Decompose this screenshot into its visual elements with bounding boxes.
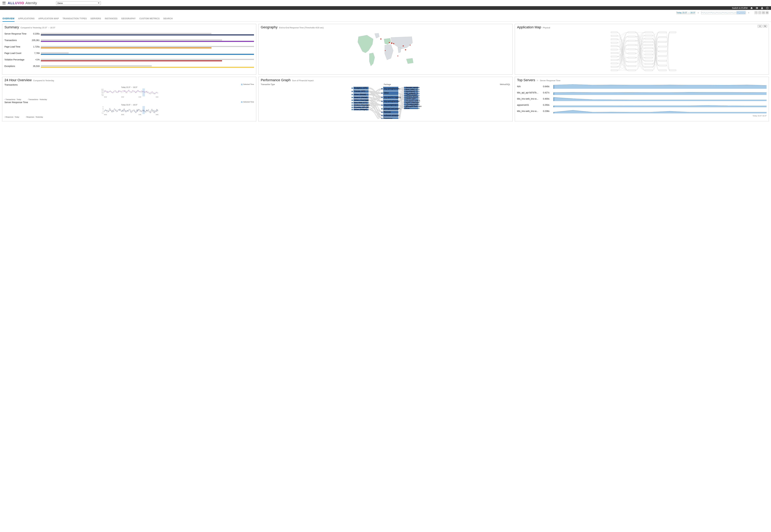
svg-point-15: [391, 42, 393, 44]
summary-label: Server Response Time: [4, 33, 28, 35]
svg-rect-90: [351, 88, 353, 89]
svg-rect-173: [419, 95, 420, 96]
topservers-subtitle: Server Response Time: [540, 79, 560, 82]
svg-text:0:00: 0:00: [102, 95, 104, 96]
svg-rect-44: [645, 32, 653, 33]
summary-rows: Server Response Time 0.235s Transactions…: [4, 31, 254, 69]
time-range-label[interactable]: Today 15:37 → 16:37: [676, 11, 695, 14]
server-sparkline: [554, 109, 767, 113]
svg-rect-132: [381, 108, 382, 109]
time-next-icon[interactable]: ›: [748, 11, 750, 14]
svg-text:Search (Retail): Search (Retail): [354, 96, 367, 98]
summary-subtitle: Compared to Yesterday 15:37 → 16:37: [20, 27, 55, 29]
svg-rect-172: [419, 93, 420, 94]
overview24-title: 24 Hour Overview: [4, 78, 32, 82]
svg-rect-179: [419, 106, 420, 107]
chart-title: Server Response Time Selected Time: [4, 101, 254, 104]
svg-rect-105: [351, 102, 353, 103]
legend-yesterday: ▫ Transactions - Yesterday: [27, 98, 47, 100]
chart-marker: Today 15:37 → 16:37: [4, 104, 254, 106]
appmap-diagram[interactable]: [517, 31, 767, 72]
gear-icon[interactable]: [756, 7, 758, 9]
summary-label: Transactions: [4, 39, 28, 41]
svg-rect-48: [645, 44, 653, 46]
svg-text:?: ?: [767, 7, 768, 9]
server-row[interactable]: k8s_ims-web_ims-w... 0.238s: [517, 108, 767, 114]
svg-rect-175: [419, 99, 420, 100]
time-scale-buttons: !: [755, 11, 769, 14]
svg-rect-96: [351, 94, 353, 95]
tab-overview[interactable]: OVERVIEW: [2, 16, 14, 22]
legend-today: ▫ Response - Today: [4, 116, 19, 118]
time-sparkline[interactable]: [701, 11, 746, 14]
svg-rect-46: [645, 38, 653, 39]
tab-search[interactable]: SEARCH: [163, 16, 173, 22]
overview24-subtitle: Compared to Yesterday: [33, 79, 54, 82]
summary-bars: [41, 46, 254, 48]
help-icon[interactable]: ?: [766, 7, 769, 9]
svg-rect-177: [419, 102, 420, 103]
overview24-chart[interactable]: Server Response Time Selected Time Today…: [4, 101, 254, 118]
svg-rect-138: [381, 115, 382, 116]
summary-row[interactable]: Server Response Time 0.235s: [4, 31, 254, 37]
svg-point-21: [398, 55, 398, 56]
summary-bars: [41, 33, 254, 35]
summary-row[interactable]: Transactions 205,361: [4, 37, 254, 43]
tab-custom-metrics[interactable]: CUSTOM METRICS: [139, 16, 160, 22]
svg-text:06:00: 06:00: [121, 114, 124, 115]
tab-application-map[interactable]: APPLICATION MAP: [38, 16, 59, 22]
svg-text:pShopConContain..: pShopConContain..: [384, 107, 401, 110]
sankey-diagram[interactable]: Analytics (API)Trends (API)Other (Retail…: [261, 86, 510, 119]
server-value: 0.649s: [543, 85, 552, 88]
summary-label: Page Load Time: [4, 45, 28, 48]
switch-euem-link[interactable]: Switch to EUEM: [732, 7, 748, 9]
tab-instances[interactable]: INSTANCES: [105, 16, 117, 22]
perfgraph-panel: Performance Graph Sum of Financial Impac…: [258, 77, 513, 121]
user-icon[interactable]: [761, 7, 763, 9]
tab-transaction-types[interactable]: TRANSACTION TYPES: [63, 16, 87, 22]
server-row[interactable]: k8s_ims-web_ims-w... 0.400s: [517, 96, 767, 102]
hamburger-menu-icon[interactable]: [2, 2, 6, 4]
time-prev-icon[interactable]: ‹: [697, 11, 699, 14]
appmap-fit-button[interactable]: Fit: [763, 25, 767, 27]
calendar-day-icon[interactable]: [762, 11, 765, 14]
server-value: 0.238s: [543, 110, 552, 112]
tab-applications[interactable]: APPLICATIONS: [18, 16, 35, 22]
svg-rect-58: [659, 37, 666, 38]
summary-row[interactable]: Page Load Count 7,769: [4, 50, 254, 56]
server-row[interactable]: N/A 0.649s: [517, 83, 767, 90]
svg-text:Other: Other: [405, 107, 410, 109]
svg-rect-33: [611, 70, 617, 71]
clock-alert-icon[interactable]: !: [758, 11, 761, 14]
summary-label: Violation Percentage: [4, 58, 28, 61]
server-row[interactable]: appserver01 0.250s: [517, 102, 767, 108]
brand-name: ALLUVIO: [8, 1, 24, 5]
tab-geography[interactable]: GEOGRAPHY: [121, 16, 136, 22]
svg-rect-57: [659, 32, 666, 33]
calendar-range-icon[interactable]: [766, 11, 769, 14]
appmap-11-button[interactable]: 1:1: [758, 25, 762, 27]
world-map[interactable]: [261, 31, 510, 72]
refresh-icon[interactable]: ⟳: [537, 79, 538, 82]
overview24-chart[interactable]: Transactions Selected Time Today 15:37 →…: [4, 83, 254, 100]
tab-servers[interactable]: SERVERS: [90, 16, 101, 22]
svg-rect-123: [381, 97, 382, 98]
main-tabs: OVERVIEW APPLICATIONS APPLICATION MAP TR…: [0, 15, 771, 22]
home-icon[interactable]: [750, 7, 753, 9]
svg-rect-29: [611, 56, 617, 57]
server-row[interactable]: k8s_api_api-5d7d7b... 0.427s: [517, 90, 767, 96]
svg-text:12:00: 12:00: [138, 114, 141, 115]
summary-row[interactable]: Violation Percentage <1%: [4, 56, 254, 63]
svg-rect-39: [628, 53, 636, 54]
environment-select[interactable]: Demo: [56, 1, 101, 5]
summary-row[interactable]: Exceptions 35,533: [4, 63, 254, 69]
clock-recent-icon[interactable]: [755, 11, 757, 14]
svg-rect-6: [763, 12, 764, 13]
svg-rect-52: [645, 57, 653, 58]
svg-rect-126: [381, 101, 382, 102]
geography-panel: Geography End-to-End Response Time (Thre…: [258, 24, 513, 75]
overview24-panel: 24 Hour Overview Compared to Yesterday T…: [2, 77, 256, 121]
svg-rect-54: [645, 63, 653, 65]
svg-text:18:00: 18:00: [156, 96, 158, 98]
summary-row[interactable]: Page Load Time 1.725s: [4, 43, 254, 50]
